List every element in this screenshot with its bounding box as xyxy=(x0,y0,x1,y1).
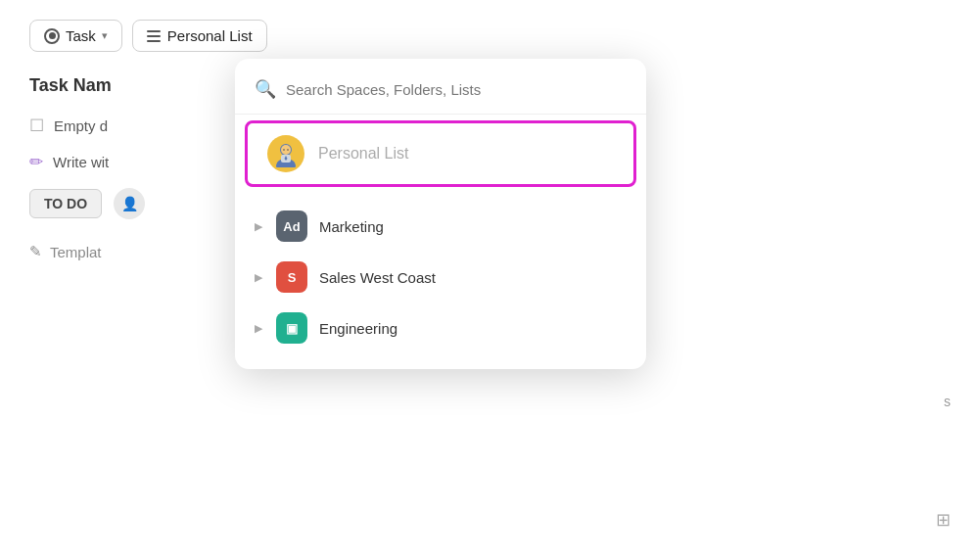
personal-list-button[interactable]: Personal List xyxy=(132,20,267,52)
svg-point-3 xyxy=(281,145,291,155)
search-area: 🔍 xyxy=(235,74,646,115)
task-2-label: Write wit xyxy=(53,154,109,170)
template-label: Templat xyxy=(50,244,102,260)
marketing-icon-text: Ad xyxy=(283,219,300,234)
engineering-icon-text: ▣ xyxy=(286,321,298,336)
list-item-engineering[interactable]: ▶ ▣ Engineering xyxy=(235,303,646,353)
personal-list-dropdown-label: Personal List xyxy=(318,145,409,163)
chevron-right-icon: ▶ xyxy=(255,220,262,233)
list-items-section: ▶ Ad Marketing ▶ S Sales West Coast ▶ ▣ … xyxy=(235,193,646,353)
personal-list-selected-item[interactable]: Personal List xyxy=(245,120,636,187)
search-input[interactable] xyxy=(286,81,627,98)
task-button[interactable]: Task ▾ xyxy=(29,20,122,52)
sales-label: Sales West Coast xyxy=(319,269,436,286)
svg-point-5 xyxy=(287,149,289,151)
task-label: Task xyxy=(66,27,96,44)
engineering-icon: ▣ xyxy=(276,312,307,344)
svg-point-4 xyxy=(283,149,285,151)
pencil-icon: ✏ xyxy=(29,152,43,172)
search-icon: 🔍 xyxy=(255,78,276,100)
task-chevron-icon: ▾ xyxy=(102,29,108,42)
marketing-icon: Ad xyxy=(276,210,307,242)
sales-icon-text: S xyxy=(288,270,297,285)
hamburger-icon xyxy=(147,30,161,42)
list-item-marketing[interactable]: ▶ Ad Marketing xyxy=(235,201,646,252)
assignee-icon: 👤 xyxy=(114,188,145,219)
avatar-person-svg xyxy=(272,140,300,167)
avatar xyxy=(267,135,304,172)
right-edge-icon: ⊞ xyxy=(936,509,951,531)
task-1-label: Empty d xyxy=(54,117,108,134)
list-item-sales[interactable]: ▶ S Sales West Coast xyxy=(235,252,646,303)
chevron-right-icon-2: ▶ xyxy=(255,271,262,284)
chevron-right-icon-3: ▶ xyxy=(255,322,262,335)
todo-badge[interactable]: TO DO xyxy=(29,189,102,218)
template-icon: ✎ xyxy=(29,243,42,260)
dropdown-overlay: 🔍 Personal List ▶ xyxy=(235,59,646,369)
engineering-label: Engineering xyxy=(319,320,397,337)
assignee-person-icon: 👤 xyxy=(121,196,138,211)
toolbar: Task ▾ Personal List xyxy=(29,20,951,52)
doc-icon: ☐ xyxy=(29,116,44,136)
task-radio-icon xyxy=(44,28,60,44)
sales-icon: S xyxy=(276,261,307,293)
personal-list-toolbar-label: Personal List xyxy=(167,27,253,44)
right-edge-s: s xyxy=(944,394,951,409)
marketing-label: Marketing xyxy=(319,218,384,235)
